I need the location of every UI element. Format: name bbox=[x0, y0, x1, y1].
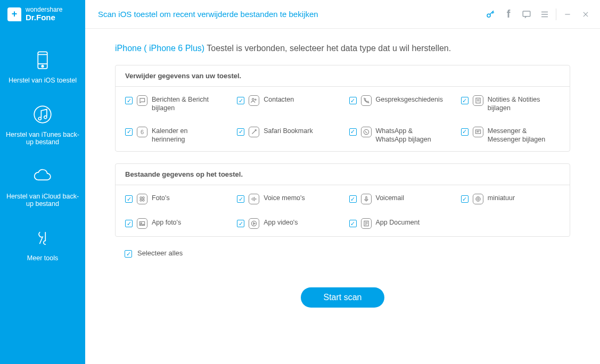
svg-point-14 bbox=[255, 99, 256, 100]
checkbox[interactable]: ✓ bbox=[125, 195, 133, 203]
select-all-row: ✓ Selecteer alles bbox=[115, 249, 570, 258]
sidebar-item-ios-recover[interactable]: Herstel van iOS toestel bbox=[0, 42, 85, 96]
type-voice-memos: ✓ Voice memo's bbox=[232, 194, 341, 204]
start-scan-button[interactable]: Start scan bbox=[301, 287, 384, 308]
type-label: Foto's bbox=[152, 194, 170, 202]
type-label: Gespreksgeschiedenis bbox=[376, 95, 440, 104]
sidebar-item-label: Herstel van iOS toestel bbox=[9, 77, 77, 84]
type-label: WhatsApp & WhatsApp bijlagen bbox=[376, 127, 440, 144]
sidebar-item-itunes-recover[interactable]: Herstel van iTunes back-up bestand bbox=[0, 96, 85, 158]
type-voicemail: ✓ Voicemail bbox=[344, 194, 454, 204]
brand-main: Dr.Fone bbox=[26, 13, 62, 22]
app-logo: + wondershare Dr.Fone bbox=[0, 0, 85, 29]
close-button[interactable] bbox=[577, 5, 595, 23]
page-title: Scan iOS toestel om recent verwijderde b… bbox=[85, 10, 481, 19]
minimize-button[interactable] bbox=[558, 5, 577, 23]
svg-point-13 bbox=[252, 98, 254, 101]
type-safari-bookmark: ✓ Safari Bookmark bbox=[232, 127, 341, 144]
call-history-icon bbox=[361, 95, 372, 106]
main-content: iPhone ( iPhone 6 Plus) Toestel is verbo… bbox=[85, 29, 600, 364]
menu-icon[interactable] bbox=[536, 5, 554, 23]
svg-point-24 bbox=[140, 200, 142, 202]
type-photos: ✓ Foto's bbox=[120, 194, 229, 204]
phone-icon bbox=[31, 49, 54, 71]
brand-top: wondershare bbox=[26, 6, 62, 13]
checkbox[interactable]: ✓ bbox=[125, 97, 133, 104]
checkbox[interactable]: ✓ bbox=[125, 220, 133, 227]
type-label: App video's bbox=[264, 218, 298, 227]
checkbox[interactable]: ✓ bbox=[237, 195, 244, 203]
svg-point-22 bbox=[140, 197, 142, 199]
panel-deleted-data: Verwijder gegevens van uw toestel. ✓ Ber… bbox=[115, 65, 570, 152]
photos-icon bbox=[137, 194, 147, 204]
checkbox[interactable]: ✓ bbox=[461, 97, 469, 104]
checkbox[interactable]: ✓ bbox=[461, 128, 469, 136]
checkbox[interactable]: ✓ bbox=[349, 97, 357, 104]
type-label: Safari Bookmark bbox=[264, 127, 313, 135]
panel-title: Bestaande gegevens op het toestel. bbox=[116, 164, 570, 185]
window-controls: f bbox=[481, 5, 600, 23]
cloud-icon bbox=[31, 165, 54, 187]
plus-icon: + bbox=[7, 7, 21, 21]
type-label: Notities & Notities bijlagen bbox=[488, 95, 552, 113]
notes-icon bbox=[473, 95, 483, 106]
checkbox[interactable]: ✓ bbox=[349, 195, 357, 203]
device-name: iPhone ( iPhone 6 Plus) bbox=[115, 44, 204, 53]
type-call-history: ✓ Gespreksgeschiedenis bbox=[344, 95, 454, 113]
sidebar-item-label: Meer tools bbox=[27, 254, 58, 262]
type-messages: ✓ Berichten & Bericht bijlagen bbox=[120, 95, 229, 113]
app-document-icon bbox=[361, 218, 372, 229]
svg-rect-31 bbox=[365, 196, 366, 200]
voice-memo-icon bbox=[249, 194, 259, 204]
select-all-checkbox[interactable]: ✓ bbox=[125, 250, 132, 258]
type-app-photos: ✓ App foto's bbox=[120, 218, 229, 229]
facebook-icon[interactable]: f bbox=[499, 5, 517, 23]
checkbox[interactable]: ✓ bbox=[237, 128, 244, 136]
panel-existing-data: Bestaande gegevens op het toestel. ✓ Fot… bbox=[115, 163, 570, 237]
feedback-icon[interactable] bbox=[517, 5, 536, 23]
type-contacts: ✓ Contacten bbox=[232, 95, 341, 113]
type-thumbnail: ✓ miniatuur bbox=[456, 194, 565, 204]
type-label: Kalender en herinnering bbox=[152, 127, 216, 144]
type-messenger: ✓ Messenger & Messenger bijlagen bbox=[456, 127, 565, 144]
voicemail-icon bbox=[361, 194, 372, 204]
sidebar: Herstel van iOS toestel Herstel van iTun… bbox=[0, 29, 85, 364]
heading-rest: Toestel is verbonden, selecteer het data… bbox=[204, 44, 451, 53]
type-whatsapp: ✓ WhatsApp & WhatsApp bijlagen bbox=[344, 127, 454, 144]
titlebar: + wondershare Dr.Fone Scan iOS toestel o… bbox=[0, 0, 600, 29]
contacts-icon bbox=[249, 95, 259, 106]
type-label: Berichten & Bericht bijlagen bbox=[152, 95, 216, 113]
sidebar-item-label: Herstel van iTunes back-up bestand bbox=[6, 131, 79, 146]
svg-point-18 bbox=[364, 129, 368, 134]
type-label: App foto's bbox=[152, 218, 181, 227]
type-label: Contacten bbox=[264, 95, 294, 104]
separator bbox=[556, 9, 556, 20]
calendar-icon: 6 bbox=[137, 127, 147, 137]
app-videos-icon bbox=[249, 218, 259, 229]
sidebar-item-more-tools[interactable]: Meer tools bbox=[0, 219, 85, 274]
svg-point-23 bbox=[143, 197, 145, 199]
messenger-icon bbox=[473, 127, 483, 137]
svg-rect-1 bbox=[523, 11, 530, 16]
itunes-icon bbox=[31, 103, 54, 126]
heading: iPhone ( iPhone 6 Plus) Toestel is verbo… bbox=[115, 44, 570, 53]
svg-point-33 bbox=[478, 198, 479, 200]
checkbox[interactable]: ✓ bbox=[349, 220, 357, 227]
tools-icon bbox=[31, 227, 54, 249]
select-all-label: Selecteer alles bbox=[137, 249, 183, 257]
panel-title: Verwijder gegevens van uw toestel. bbox=[116, 65, 570, 87]
checkbox[interactable]: ✓ bbox=[125, 128, 133, 136]
checkbox[interactable]: ✓ bbox=[237, 97, 244, 104]
svg-point-0 bbox=[487, 14, 490, 17]
checkbox[interactable]: ✓ bbox=[349, 128, 357, 136]
thumbnail-icon bbox=[473, 194, 483, 204]
checkbox[interactable]: ✓ bbox=[237, 220, 244, 227]
checkbox[interactable]: ✓ bbox=[461, 195, 469, 203]
whatsapp-icon bbox=[361, 127, 372, 137]
svg-point-25 bbox=[143, 200, 145, 202]
type-calendar: ✓ 6 Kalender en herinnering bbox=[120, 127, 229, 144]
svg-point-9 bbox=[42, 65, 44, 68]
type-label: Voice memo's bbox=[264, 194, 305, 202]
key-icon[interactable] bbox=[481, 5, 499, 23]
sidebar-item-icloud-recover[interactable]: Herstel van iCloud back-up bestand bbox=[0, 158, 85, 219]
